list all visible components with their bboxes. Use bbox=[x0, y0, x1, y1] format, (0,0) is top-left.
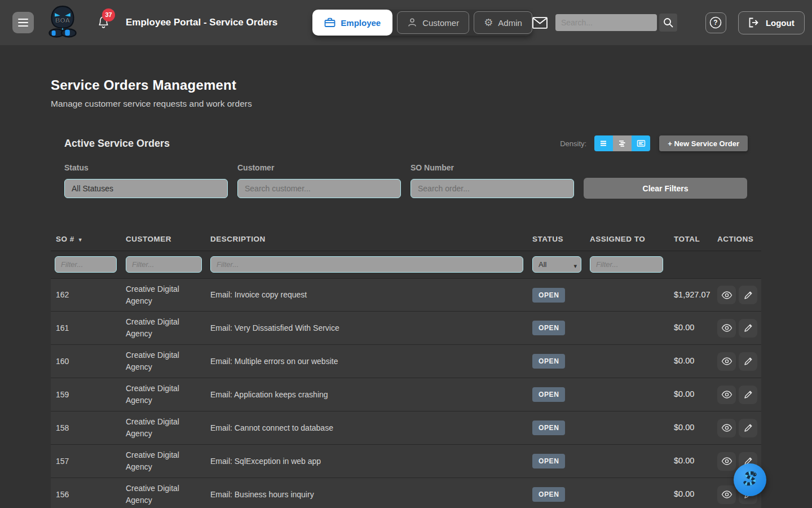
new-service-order-button[interactable]: + New Service Order bbox=[659, 135, 748, 151]
chat-fab-button[interactable] bbox=[734, 463, 766, 496]
density-comfortable-icon bbox=[618, 139, 626, 147]
row-customer: Creative Digital Agency bbox=[126, 349, 210, 373]
row-customer: Creative Digital Agency bbox=[126, 316, 210, 340]
logout-icon bbox=[748, 17, 760, 28]
panel-controls: Density: bbox=[560, 135, 748, 151]
row-so-number: 158 bbox=[56, 422, 126, 434]
eye-icon bbox=[721, 324, 732, 332]
person-icon bbox=[407, 17, 417, 28]
pencil-icon bbox=[744, 291, 753, 300]
help-button[interactable]: ? bbox=[705, 12, 726, 33]
density-label: Density: bbox=[560, 139, 586, 148]
so-number-search-input[interactable] bbox=[411, 179, 574, 198]
tab-customer-label: Customer bbox=[422, 18, 459, 28]
density-card-button[interactable] bbox=[632, 135, 650, 151]
view-order-button[interactable] bbox=[717, 286, 736, 304]
status-column-filter-select[interactable]: All bbox=[532, 256, 581, 273]
customer-search-input[interactable] bbox=[237, 179, 401, 198]
row-so-number: 159 bbox=[56, 389, 126, 401]
page-subtitle: Manage customer service requests and wor… bbox=[51, 99, 761, 109]
table-row: 157 Creative Digital Agency Email: SqlEx… bbox=[51, 445, 761, 478]
eye-icon bbox=[721, 424, 732, 432]
service-orders-table: SO #▼ CUSTOMER DESCRIPTION STATUS ASSIGN… bbox=[51, 231, 761, 508]
clear-filters-button[interactable]: Clear Filters bbox=[584, 178, 747, 199]
description-column-filter-input[interactable] bbox=[210, 256, 523, 273]
status-filter-select[interactable]: All Statuses bbox=[64, 179, 228, 198]
row-description: Email: Multiple errors on our website bbox=[210, 356, 532, 367]
search-button[interactable] bbox=[659, 14, 677, 32]
edit-order-button[interactable] bbox=[739, 352, 757, 371]
view-order-button[interactable] bbox=[717, 452, 736, 471]
row-description: Email: Invoice copy request bbox=[210, 289, 532, 301]
status-badge: OPEN bbox=[532, 421, 565, 435]
col-header-customer[interactable]: CUSTOMER bbox=[126, 235, 210, 243]
view-order-button[interactable] bbox=[717, 386, 736, 404]
so-column-filter-input[interactable] bbox=[55, 256, 117, 273]
assigned-column-filter-input[interactable] bbox=[590, 256, 663, 273]
density-compact-icon bbox=[599, 139, 608, 147]
boa-logo: BOA bbox=[47, 5, 78, 40]
row-so-number: 157 bbox=[56, 456, 126, 467]
pencil-icon bbox=[744, 323, 753, 332]
table-filter-row: All ▾ bbox=[51, 251, 761, 278]
tab-employee[interactable]: Employee bbox=[312, 10, 392, 36]
portal-tabs: Employee Customer ⚙ Admin bbox=[312, 10, 532, 36]
menu-button[interactable] bbox=[12, 12, 34, 33]
col-header-description[interactable]: DESCRIPTION bbox=[210, 235, 532, 243]
density-comfortable-button[interactable] bbox=[613, 135, 632, 151]
density-compact-button[interactable] bbox=[594, 135, 613, 151]
status-badge: OPEN bbox=[532, 487, 565, 502]
density-toggle bbox=[594, 135, 650, 151]
logout-label: Logout bbox=[766, 18, 795, 28]
status-badge: OPEN bbox=[532, 288, 565, 303]
col-header-status[interactable]: STATUS bbox=[532, 235, 590, 243]
col-header-so[interactable]: SO #▼ bbox=[56, 235, 126, 243]
row-customer: Creative Digital Agency bbox=[126, 383, 210, 406]
row-total: $1,927.07 bbox=[674, 289, 717, 301]
edit-order-button[interactable] bbox=[739, 286, 757, 304]
global-search-input[interactable] bbox=[555, 14, 657, 31]
row-total: $0.00 bbox=[674, 422, 717, 434]
customer-column-filter-input[interactable] bbox=[126, 256, 202, 273]
search-icon bbox=[663, 17, 673, 28]
snake-icon bbox=[740, 470, 760, 490]
row-total: $0.00 bbox=[674, 322, 717, 334]
tab-admin[interactable]: ⚙ Admin bbox=[474, 11, 532, 34]
notification-badge: 37 bbox=[102, 8, 115, 21]
col-header-total[interactable]: TOTAL bbox=[674, 235, 717, 243]
sort-desc-icon: ▼ bbox=[78, 237, 83, 243]
view-order-button[interactable] bbox=[717, 419, 736, 437]
so-number-filter-field: SO Number bbox=[411, 163, 574, 199]
row-so-number: 156 bbox=[56, 489, 126, 501]
main-content: Service Orders Management Manage custome… bbox=[0, 77, 812, 508]
view-order-button[interactable] bbox=[717, 319, 736, 338]
row-so-number: 162 bbox=[56, 289, 126, 301]
edit-order-button[interactable] bbox=[739, 319, 757, 338]
edit-order-button[interactable] bbox=[739, 386, 757, 404]
view-order-button[interactable] bbox=[717, 352, 736, 371]
logout-button[interactable]: Logout bbox=[738, 11, 805, 34]
tab-employee-label: Employee bbox=[341, 18, 381, 28]
row-so-number: 160 bbox=[56, 356, 126, 367]
row-description: Email: Very Dissatisfied With Service bbox=[210, 322, 532, 334]
so-number-filter-label: SO Number bbox=[411, 163, 574, 172]
status-filter-label: Status bbox=[64, 163, 228, 172]
row-description: Email: Application keeps crashing bbox=[210, 389, 532, 401]
notifications-bell[interactable]: 37 bbox=[97, 15, 110, 31]
row-total: $0.00 bbox=[674, 488, 717, 501]
mail-icon[interactable] bbox=[532, 17, 548, 29]
status-filter-field: Status All Statuses bbox=[64, 163, 228, 199]
navbar: BOA 37 Employee Portal - Service Orders … bbox=[0, 0, 812, 45]
row-customer: Creative Digital Agency bbox=[126, 483, 210, 506]
briefcase-icon bbox=[324, 17, 336, 28]
view-order-button[interactable] bbox=[717, 485, 736, 504]
col-header-assigned[interactable]: ASSIGNED TO bbox=[590, 235, 674, 243]
clear-filters-spacer bbox=[584, 163, 747, 172]
row-description: Email: Business hours inquiry bbox=[210, 489, 532, 501]
eye-icon bbox=[721, 457, 732, 465]
eye-icon bbox=[721, 491, 732, 498]
status-badge: OPEN bbox=[532, 454, 565, 468]
edit-order-button[interactable] bbox=[739, 419, 757, 437]
tab-customer[interactable]: Customer bbox=[397, 11, 469, 34]
status-badge: OPEN bbox=[532, 387, 565, 402]
